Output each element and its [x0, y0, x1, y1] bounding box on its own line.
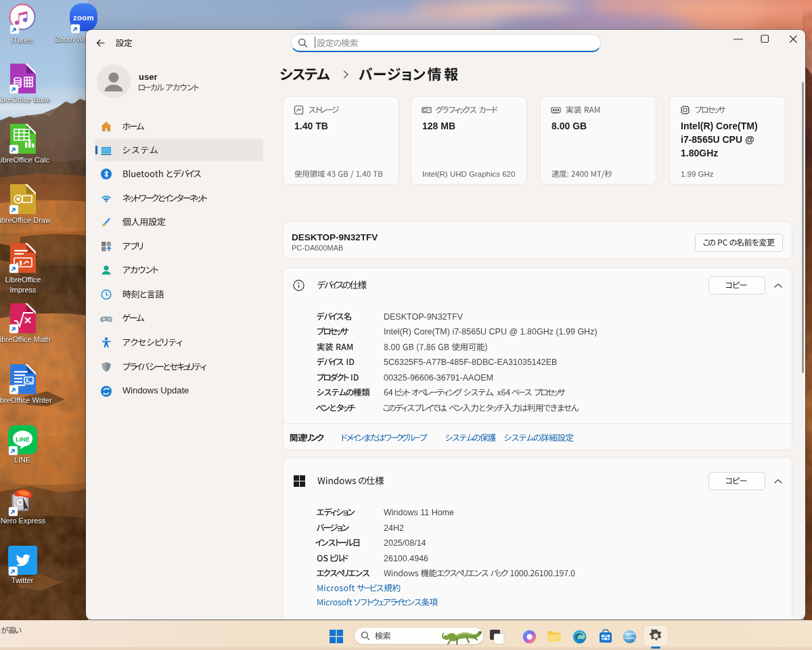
- svg-text:LINE: LINE: [16, 436, 30, 443]
- svg-text:zoom: zoom: [73, 14, 94, 22]
